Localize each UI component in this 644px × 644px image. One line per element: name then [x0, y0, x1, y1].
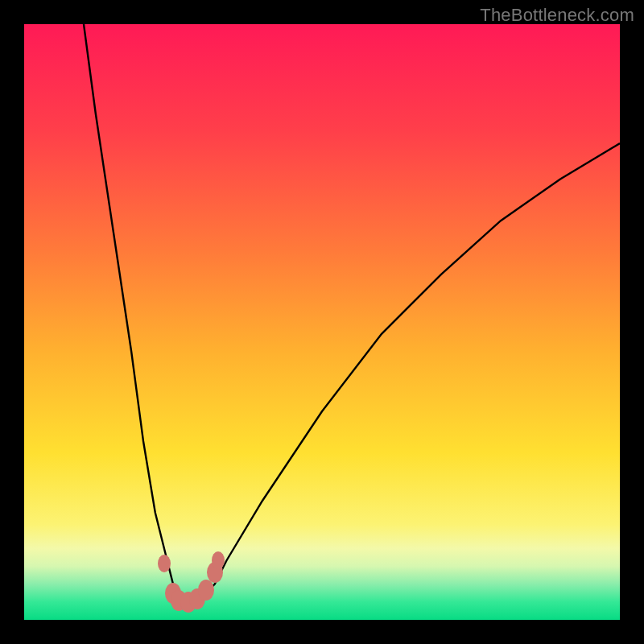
marker-dot	[198, 580, 214, 601]
chart-canvas: TheBottleneck.com	[0, 0, 644, 644]
bottleneck-curve	[24, 24, 620, 620]
plot-area	[24, 24, 620, 620]
marker-dot	[212, 551, 225, 569]
marker-dot	[158, 555, 171, 572]
watermark-text: TheBottleneck.com	[480, 5, 634, 26]
